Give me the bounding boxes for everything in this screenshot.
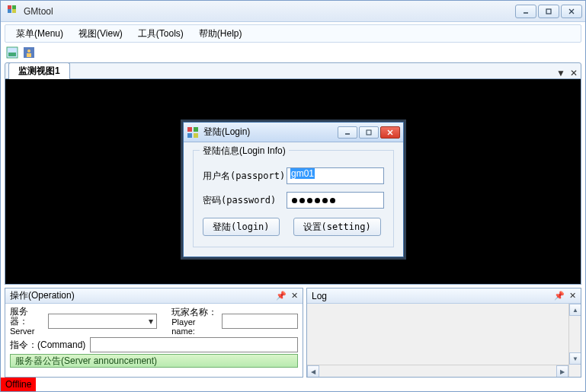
menu-item-help[interactable]: 帮助(Help) (191, 26, 250, 42)
vertical-scrollbar[interactable]: ▲ ▼ (568, 304, 581, 377)
setting-button[interactable]: 设置(setting) (293, 218, 381, 236)
server-label-en: Server (10, 327, 45, 336)
player-label-cn: 玩家名称： (171, 308, 219, 317)
log-panel-body: ▲ ▼ ◀ ▶ (307, 304, 581, 377)
horizontal-scrollbar[interactable]: ◀ ▶ (307, 365, 568, 377)
log-panel: Log 📌 ✕ ▲ ▼ ◀ ▶ (306, 288, 581, 378)
log-panel-header[interactable]: Log 📌 ✕ (307, 288, 581, 304)
operation-panel: 操作(Operation) 📌 ✕ 服务器： Server 玩家名称： Play… (5, 288, 303, 378)
tabstrip: 监测视图1 ▼ ✕ (5, 62, 581, 79)
toolbar-button-2[interactable] (21, 45, 37, 60)
login-button[interactable]: 登陆(login) (203, 218, 280, 236)
log-panel-title: Log (312, 291, 549, 301)
tab-monitor-view-1[interactable]: 监测视图1 (8, 62, 70, 79)
svg-rect-5 (8, 53, 16, 56)
password-input[interactable] (287, 192, 384, 209)
announcement-banner[interactable]: 服务器公告(Server announcement) (10, 354, 298, 368)
scroll-down-button[interactable]: ▼ (569, 352, 581, 365)
bottom-panels: 操作(Operation) 📌 ✕ 服务器： Server 玩家名称： Play… (5, 288, 581, 378)
app-icon (7, 5, 19, 18)
scroll-right-button[interactable]: ▶ (556, 365, 568, 377)
svg-rect-12 (194, 133, 198, 138)
app-icon (187, 126, 199, 139)
login-titlebar[interactable]: 登陆(Login) (184, 123, 403, 142)
window-title: GMtool (24, 6, 515, 17)
command-label: 指令：(Command) (10, 339, 85, 352)
operation-panel-body: 服务器： Server 玩家名称： Player name: 指令：(Comma… (5, 304, 303, 377)
tab-close-icon[interactable]: ✕ (570, 68, 578, 78)
login-dialog[interactable]: 登陆(Login) 登陆信息(Login Info) 用户名(passport)… (183, 122, 404, 257)
menu-item-menu[interactable]: 菜单(Menu) (8, 26, 71, 42)
player-name-input[interactable] (222, 314, 298, 329)
minimize-button[interactable] (515, 5, 536, 18)
toolbar (5, 44, 581, 61)
username-label: 用户名(passport) (203, 170, 287, 183)
status-offline: Offline (1, 378, 36, 391)
password-label: 密码(password) (203, 194, 287, 207)
login-group-title: 登陆信息(Login Info) (200, 145, 289, 158)
operation-panel-title: 操作(Operation) (10, 289, 271, 302)
pin-icon[interactable]: 📌 (276, 291, 287, 301)
tab-dropdown-icon[interactable]: ▼ (556, 68, 565, 78)
command-input[interactable] (90, 337, 298, 352)
login-info-group: 登陆信息(Login Info) 用户名(passport) gm01 密码(p… (193, 150, 394, 247)
svg-rect-10 (194, 127, 198, 132)
titlebar[interactable]: GMtool (1, 1, 585, 22)
pin-icon[interactable]: 📌 (554, 291, 565, 301)
toolbar-button-1[interactable] (5, 45, 20, 60)
svg-rect-9 (187, 127, 192, 132)
login-dialog-title: 登陆(Login) (203, 126, 338, 139)
scroll-up-button[interactable]: ▲ (569, 304, 581, 316)
menu-item-tools[interactable]: 工具(Tools) (130, 26, 191, 42)
svg-point-7 (27, 49, 30, 53)
svg-rect-8 (27, 53, 31, 57)
panel-close-icon[interactable]: ✕ (569, 291, 576, 301)
username-input[interactable]: gm01 (287, 167, 384, 184)
password-mask (290, 193, 380, 208)
dialog-minimize-button[interactable] (338, 126, 357, 139)
svg-rect-14 (367, 130, 371, 135)
menu-item-view[interactable]: 视图(View) (71, 26, 130, 42)
statusbar: Offline (1, 378, 585, 391)
dialog-close-button[interactable] (380, 126, 400, 139)
svg-rect-1 (546, 9, 551, 14)
dialog-maximize-button[interactable] (359, 126, 379, 139)
server-combo[interactable] (48, 314, 157, 329)
announcement-text: 服务器公告(Server announcement) (15, 355, 157, 368)
svg-rect-11 (187, 133, 192, 138)
panel-close-icon[interactable]: ✕ (291, 291, 298, 301)
operation-panel-header[interactable]: 操作(Operation) 📌 ✕ (5, 288, 303, 304)
menubar: 菜单(Menu) 视图(View) 工具(Tools) 帮助(Help) (5, 24, 581, 43)
close-button[interactable] (561, 5, 582, 18)
maximize-button[interactable] (538, 5, 559, 18)
server-label-cn: 服务器： (10, 307, 45, 327)
scroll-left-button[interactable]: ◀ (307, 365, 319, 377)
player-label-en: Player name: (171, 317, 219, 336)
